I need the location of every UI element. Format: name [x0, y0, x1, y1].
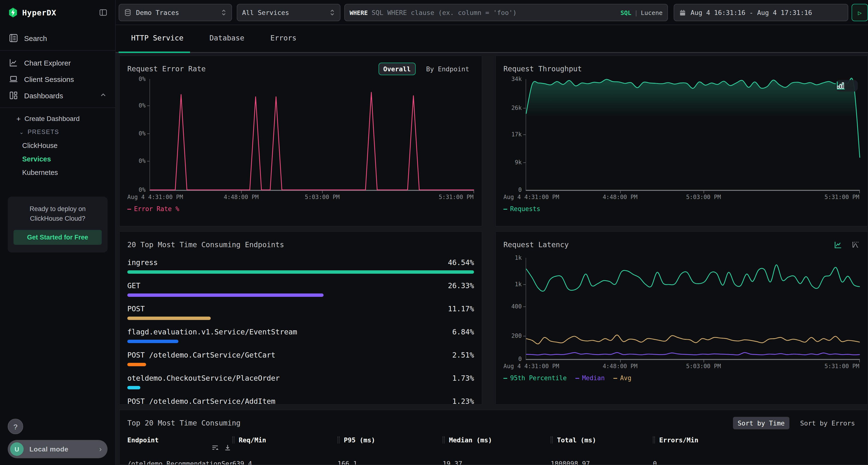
column-header-errors-min[interactable]: Errors/Min [653, 436, 860, 444]
y-axis-label: 0% [138, 130, 146, 137]
x-axis-label: 5:03:00 PM [686, 363, 721, 370]
endpoint-bar [127, 270, 474, 274]
error-rate-plot [150, 79, 474, 191]
endpoint-row[interactable]: ingress46.54% [127, 258, 474, 274]
sidebar-item-dashboards[interactable]: Dashboards [0, 87, 115, 104]
service-select[interactable]: All Services [237, 4, 340, 21]
column-header-p95-ms-[interactable]: P95 (ms) [338, 436, 443, 444]
column-resize-handle[interactable] [551, 437, 553, 443]
table-cell: 639.4 [232, 460, 338, 465]
sort-sort-by-errors[interactable]: Sort by Errors [795, 417, 860, 429]
sort-sort-by-time[interactable]: Sort by Time [733, 417, 789, 429]
table-cell: /oteldemo.RecommendationServ [127, 460, 232, 465]
get-started-button[interactable]: Get Started for Free [13, 230, 102, 244]
sidebar-item-chart-explorer[interactable]: Chart Explorer [0, 55, 115, 71]
legend-item: —Error Rate % [127, 205, 179, 212]
latency-legend: —95th Percentile—Median—Avg [503, 374, 860, 381]
endpoint-row[interactable]: POST /oteldemo.CartService/AddItem1.23% [127, 397, 474, 405]
collapse-sidebar-icon[interactable] [99, 8, 107, 17]
chart-type-toggle [836, 80, 858, 92]
column-header-req-min[interactable]: Req/Min [232, 436, 338, 444]
y-axis-label: 17k [512, 131, 522, 138]
chevron-up-icon [100, 91, 106, 100]
table-cell: 166.1 [338, 460, 443, 465]
source-select[interactable]: Demo Traces [119, 4, 232, 21]
play-icon: ▷ [858, 9, 862, 16]
latency-plot [526, 258, 860, 360]
service-select-value: All Services [242, 9, 289, 16]
sidebar-preset-services[interactable]: Services [0, 152, 115, 166]
endpoint-row[interactable]: flagd.evaluation.v1.Service/EventStream6… [127, 327, 474, 343]
tab-database[interactable]: Database [210, 25, 245, 52]
create-dashboard-button[interactable]: +Create Dashboard [0, 112, 115, 125]
column-resize-handle[interactable] [653, 437, 655, 443]
help-button[interactable]: ? [8, 419, 23, 434]
download-icon[interactable] [224, 444, 231, 452]
endpoint-label: oteldemo.CheckoutService/PlaceOrder [127, 374, 280, 383]
endpoint-row[interactable]: GET26.33% [127, 281, 474, 297]
endpoint-bar [127, 386, 474, 389]
laptop-icon [9, 74, 18, 84]
column-resize-handle[interactable] [443, 437, 444, 443]
histogram-icon[interactable] [851, 240, 860, 249]
toggle-by-endpoint[interactable]: By Endpoint [421, 63, 474, 75]
tab-http-service[interactable]: HTTP Service [131, 25, 184, 52]
endpoints-list: ingress46.54%GET26.33%POST11.17%flagd.ev… [127, 258, 474, 405]
endpoint-bar [127, 363, 474, 366]
column-header-median-ms-[interactable]: Median (ms) [443, 436, 551, 444]
line-chart-icon[interactable] [834, 240, 842, 249]
column-header-total-ms-[interactable]: Total (ms) [551, 436, 653, 444]
endpoint-percent: 11.17% [448, 304, 474, 313]
lucene-mode-toggle[interactable]: Lucene [641, 9, 662, 16]
endpoint-row[interactable]: POST11.17% [127, 304, 474, 320]
tab-errors[interactable]: Errors [270, 25, 296, 52]
topbar: Demo Traces All Services WHERE SQL | Luc… [116, 0, 868, 25]
sidebar-item-search[interactable]: Search [0, 30, 115, 46]
y-axis-label: 0 [518, 187, 522, 193]
promo-line2: ClickHouse Cloud? [30, 215, 85, 222]
column-resize-handle[interactable] [232, 437, 235, 443]
endpoint-percent: 46.54% [448, 258, 474, 267]
y-axis-label: 200 [512, 332, 522, 339]
legend-item: —Requests [503, 205, 540, 212]
column-header-label: Req/Min [239, 436, 266, 444]
chevron-right-icon: › [99, 445, 102, 454]
create-dashboard-label: Create Dashboard [25, 115, 80, 122]
run-query-button[interactable]: ▷ [851, 4, 868, 21]
row-options-icon[interactable] [211, 444, 219, 452]
logs-icon [9, 33, 18, 43]
time-range-picker[interactable]: Aug 4 16:31:16 - Aug 4 17:31:16 [674, 4, 848, 21]
error-rate-toggle-group: OverallBy Endpoint [378, 63, 474, 75]
endpoint-label: POST /oteldemo.CartService/AddItem [127, 397, 275, 405]
sidebar-item-label: Chart Explorer [24, 59, 71, 67]
legend-item: —Median [575, 374, 605, 381]
sidebar-preset-clickhouse[interactable]: ClickHouse [0, 139, 115, 152]
search-input[interactable] [372, 9, 620, 16]
panel-title: Top 20 Most Time Consuming [127, 419, 241, 427]
tabs-bar: HTTP ServiceDatabaseErrors [116, 25, 868, 53]
tabs: HTTP ServiceDatabaseErrors [116, 25, 868, 53]
y-axis-label: 0% [138, 102, 146, 109]
sql-mode-toggle[interactable]: SQL [620, 9, 631, 16]
divider [0, 107, 115, 108]
column-header-endpoint[interactable]: Endpoint [127, 436, 232, 444]
avatar: U [10, 442, 24, 456]
presets-section-toggle[interactable]: ⌄PRESETS [0, 125, 115, 139]
where-badge: WHERE [350, 9, 368, 16]
table-row[interactable]: /oteldemo.RecommendationServ639.4166.119… [127, 455, 860, 465]
endpoint-row[interactable]: POST /oteldemo.CartService/GetCart2.51% [127, 350, 474, 366]
y-axis-label: 26k [512, 105, 522, 111]
column-resize-handle[interactable] [338, 437, 340, 443]
endpoint-label: ingress [127, 258, 158, 267]
sidebar-preset-kubernetes[interactable]: Kubernetes [0, 166, 115, 179]
app-title: HyperDX [22, 8, 56, 17]
endpoint-row[interactable]: oteldemo.CheckoutService/PlaceOrder1.73% [127, 373, 474, 389]
database-icon [124, 9, 132, 16]
user-menu[interactable]: U Local mode › [8, 440, 107, 458]
plus-icon: + [17, 114, 21, 123]
toggle-overall[interactable]: Overall [378, 63, 415, 75]
error-rate-chart: 0%0%0%0%0% Aug 4 4:31:00 PM4:48:00 PM5:0… [127, 79, 474, 201]
mode-divider: | [634, 9, 638, 16]
sidebar-item-client-sessions[interactable]: Client Sessions [0, 71, 115, 87]
x-axis-label: 5:03:00 PM [686, 194, 721, 200]
